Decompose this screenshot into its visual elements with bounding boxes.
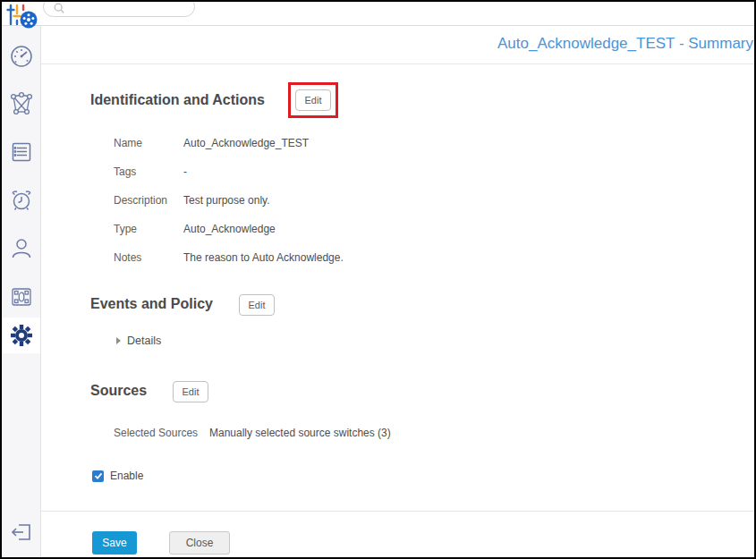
search-input[interactable]: [43, 0, 195, 17]
fabric-icon: [9, 284, 34, 309]
topology-icon: [9, 91, 34, 116]
main-content: Auto_Acknowledge_TEST - Summary Identifi…: [41, 26, 754, 557]
close-button[interactable]: Close: [169, 531, 230, 555]
edit-events-button[interactable]: Edit: [239, 294, 275, 316]
sidebar-item-users[interactable]: [2, 231, 40, 267]
field-value-description: Test purpose only.: [183, 194, 270, 207]
field-value-notes: The reason to Auto Acknowledge.: [183, 251, 344, 264]
enable-label: Enable: [110, 470, 143, 482]
sidebar-item-fabric[interactable]: [2, 279, 40, 315]
field-label-type: Type: [114, 223, 137, 235]
field-label-notes: Notes: [114, 251, 141, 264]
details-expander[interactable]: Details: [116, 335, 161, 347]
field-value-tags: -: [183, 165, 187, 178]
field-label-tags: Tags: [114, 165, 136, 178]
sidebar-item-list[interactable]: [2, 134, 40, 170]
field-value-name: Auto_Acknowledge_TEST: [183, 137, 309, 149]
alarm-clock-icon: [9, 188, 34, 213]
footer-bar: Save Close: [41, 511, 754, 557]
details-label: Details: [127, 335, 161, 347]
selected-sources-value: Manually selected source switches (3): [209, 427, 391, 439]
list-icon: [9, 140, 34, 165]
chevron-right-icon: [116, 337, 121, 344]
edit-identification-button[interactable]: Edit: [295, 89, 331, 111]
sidebar-item-settings[interactable]: [2, 318, 40, 353]
selected-sources-label: Selected Sources: [114, 427, 198, 439]
field-label-name: Name: [114, 137, 142, 149]
save-button[interactable]: Save: [92, 531, 137, 555]
sidebar-item-logout[interactable]: [2, 514, 40, 550]
sidebar-item-topology[interactable]: [2, 86, 40, 122]
enable-checkbox[interactable]: [92, 470, 104, 482]
field-label-description: Description: [114, 194, 167, 207]
enable-checkbox-row[interactable]: Enable: [92, 470, 143, 482]
dashboard-icon: [9, 44, 34, 69]
page-title: Auto_Acknowledge_TEST - Summary: [497, 35, 753, 53]
app-window: Auto_Acknowledge_TEST - Summary Identifi…: [0, 0, 756, 559]
section-heading-events: Events and Policy: [90, 296, 213, 312]
edit-sources-button[interactable]: Edit: [173, 381, 208, 402]
sidebar-item-alarms[interactable]: [2, 182, 40, 218]
title-bar: Auto_Acknowledge_TEST - Summary: [41, 26, 754, 64]
red-highlight-annotation: Edit: [288, 82, 338, 118]
search-icon: [53, 2, 65, 14]
logout-icon: [9, 520, 34, 545]
sidebar-item-dashboard[interactable]: [2, 38, 40, 74]
gear-icon: [9, 323, 34, 348]
section-heading-sources: Sources: [90, 383, 147, 399]
section-heading-identification: Identification and Actions: [90, 92, 265, 108]
app-logo[interactable]: [4, 3, 40, 30]
field-value-type: Auto_Acknowledge: [183, 223, 276, 235]
sidebar: [2, 26, 41, 557]
user-icon: [9, 236, 34, 261]
top-bar: [2, 2, 754, 26]
